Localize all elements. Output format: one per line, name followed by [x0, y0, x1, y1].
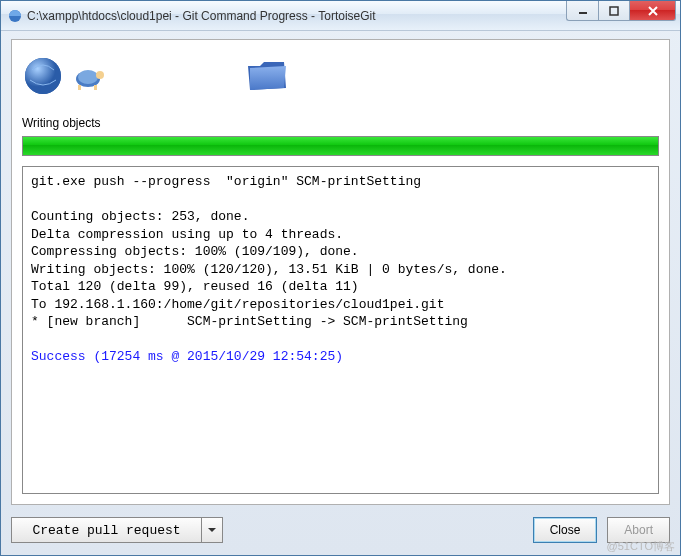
window-title: C:\xampp\htdocs\cloud1pei - Git Command …: [27, 9, 566, 23]
svg-rect-2: [610, 7, 618, 15]
svg-point-6: [78, 70, 98, 84]
svg-rect-8: [78, 85, 81, 90]
status-label: Writing objects: [22, 116, 659, 130]
create-pull-request-button[interactable]: Create pull request: [11, 517, 201, 543]
app-icon: [7, 8, 23, 24]
log-line: Compressing objects: 100% (109/109), don…: [31, 244, 359, 259]
log-output[interactable]: git.exe push --progress "origin" SCM-pri…: [22, 166, 659, 494]
icon-row: [22, 48, 659, 104]
watermark: @51CTO博客: [607, 539, 675, 554]
svg-point-4: [25, 58, 61, 94]
pull-request-split-button: Create pull request: [11, 517, 223, 543]
app-window: C:\xampp\htdocs\cloud1pei - Git Command …: [0, 0, 681, 556]
svg-rect-9: [94, 85, 97, 90]
log-command: git.exe push --progress "origin" SCM-pri…: [31, 174, 421, 189]
progress-bar: [22, 136, 659, 156]
svg-point-7: [96, 71, 104, 79]
svg-rect-1: [579, 12, 587, 14]
tortoise-icon: [70, 57, 108, 95]
maximize-button[interactable]: [598, 1, 630, 21]
folder-icon: [244, 56, 290, 96]
log-line: Counting objects: 253, done.: [31, 209, 249, 224]
log-line: * [new branch] SCM-printSetting -> SCM-p…: [31, 314, 468, 329]
log-line: To 192.168.1.160:/home/git/repositories/…: [31, 297, 444, 312]
log-success: Success (17254 ms @ 2015/10/29 12:54:25): [31, 349, 343, 364]
footer: Create pull request Close Abort: [11, 515, 670, 545]
titlebar[interactable]: C:\xampp\htdocs\cloud1pei - Git Command …: [1, 1, 680, 31]
window-controls: [566, 1, 680, 30]
globe-icon: [22, 55, 64, 97]
close-button[interactable]: Close: [533, 517, 598, 543]
content-panel: Writing objects git.exe push --progress …: [11, 39, 670, 505]
log-line: Total 120 (delta 99), reused 16 (delta 1…: [31, 279, 359, 294]
close-window-button[interactable]: [630, 1, 676, 21]
log-line: Delta compression using up to 4 threads.: [31, 227, 343, 242]
minimize-button[interactable]: [566, 1, 598, 21]
chevron-down-icon: [208, 526, 216, 534]
pull-request-dropdown-button[interactable]: [201, 517, 223, 543]
log-line: Writing objects: 100% (120/120), 13.51 K…: [31, 262, 507, 277]
